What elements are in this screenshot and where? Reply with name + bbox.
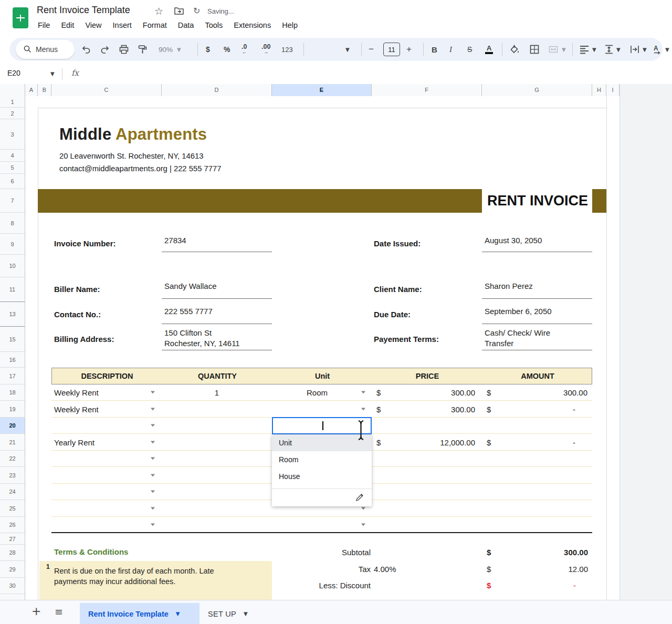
row-header[interactable]: 22 xyxy=(0,451,25,467)
column-header-c[interactable]: C xyxy=(51,84,162,96)
italic-button[interactable]: I xyxy=(449,43,452,56)
row-header[interactable]: 21 xyxy=(0,434,25,451)
column-header-e[interactable]: E xyxy=(272,84,372,96)
redo-button[interactable] xyxy=(100,43,110,56)
menu-tools[interactable]: Tools xyxy=(205,21,223,29)
undo-button[interactable] xyxy=(81,43,91,56)
increase-decimal-button[interactable]: .00→ xyxy=(261,43,270,56)
item-row[interactable] xyxy=(51,517,592,533)
borders-button[interactable] xyxy=(529,43,540,56)
document-title[interactable]: Rent Invoice Template xyxy=(37,5,130,16)
field-value[interactable]: 150 Clifton St Rochester, NY, 14611 xyxy=(162,328,272,350)
row-header[interactable]: 9 xyxy=(0,234,25,255)
row-header-selected[interactable]: 20 xyxy=(0,418,25,434)
row-header[interactable]: 28 xyxy=(0,545,25,561)
edit-pencil-icon[interactable] xyxy=(355,493,364,504)
menu-help[interactable]: Help xyxy=(282,21,298,29)
row-header[interactable]: 29 xyxy=(0,561,25,578)
tax-rate[interactable]: 4.00% xyxy=(374,565,405,574)
row-header[interactable]: 3 xyxy=(0,119,25,150)
dropdown-arrow-icon[interactable] xyxy=(151,408,155,410)
row-header[interactable]: 19 xyxy=(0,401,25,418)
name-box[interactable]: E20 xyxy=(7,69,20,77)
menu-edit[interactable]: Edit xyxy=(61,21,74,29)
text-wrap-button[interactable]: ▼ xyxy=(630,43,647,56)
formula-input[interactable] xyxy=(89,66,614,82)
row-header[interactable]: 2 xyxy=(0,108,25,119)
dropdown-arrow-icon[interactable] xyxy=(151,491,155,493)
dropdown-arrow-icon[interactable] xyxy=(361,523,365,526)
menu-extensions[interactable]: Extensions xyxy=(234,21,271,29)
row-header[interactable]: 30 xyxy=(0,578,25,594)
field-value[interactable]: Sandy Wallace xyxy=(162,282,272,299)
dropdown-option-room[interactable]: Room xyxy=(272,451,372,468)
horizontal-align-button[interactable]: ▼ xyxy=(580,43,596,56)
dropdown-arrow-icon[interactable] xyxy=(151,441,155,443)
item-row[interactable]: Weekly Rent 1 Room $300.00 $300.00 xyxy=(51,384,592,401)
field-value[interactable]: Sharon Perez xyxy=(482,282,592,299)
field-value[interactable]: 27834 xyxy=(162,236,272,252)
dropdown-arrow-icon[interactable] xyxy=(361,391,365,394)
decrease-font-size-button[interactable]: − xyxy=(369,43,374,56)
dropdown-arrow-icon[interactable] xyxy=(151,523,155,526)
row-header[interactable]: 13 xyxy=(0,302,25,327)
all-sheets-icon[interactable]: ≡ xyxy=(55,606,63,617)
column-header-g[interactable]: G xyxy=(482,84,592,96)
row-header[interactable]: 23 xyxy=(0,467,25,484)
row-header[interactable]: 6 xyxy=(0,174,25,189)
vertical-align-button[interactable]: ▼ xyxy=(605,43,621,56)
format-currency-button[interactable]: $ xyxy=(206,43,210,56)
decrease-decimal-button[interactable]: .0← xyxy=(242,43,247,56)
chevron-down-icon[interactable]: ▼ xyxy=(176,611,180,617)
dropdown-option-house[interactable]: House xyxy=(272,468,372,485)
print-button[interactable] xyxy=(119,43,129,56)
dropdown-arrow-icon[interactable] xyxy=(361,507,365,509)
menu-view[interactable]: View xyxy=(85,21,101,29)
text-rotation-button[interactable]: A ▼ xyxy=(652,43,669,56)
field-value[interactable]: August 30, 2050 xyxy=(482,236,592,252)
dropdown-arrow-icon[interactable] xyxy=(151,507,155,509)
add-sheet-icon[interactable]: + xyxy=(32,605,41,618)
dropdown-arrow-icon[interactable] xyxy=(361,408,365,410)
font-size-input[interactable]: 11 xyxy=(383,43,400,56)
row-header[interactable]: 18 xyxy=(0,384,25,401)
column-header-d[interactable]: D xyxy=(162,84,272,96)
row-header[interactable]: 10 xyxy=(0,255,25,277)
column-header-i[interactable]: I xyxy=(606,84,620,96)
tab-rent-invoice-template[interactable]: Rent Invoice Template ▼ xyxy=(80,603,200,624)
row-header[interactable]: 27 xyxy=(0,533,25,545)
field-value[interactable]: 222 555 7777 xyxy=(162,307,272,324)
row-header[interactable]: 5 xyxy=(0,162,25,174)
menu-format[interactable]: Format xyxy=(143,21,167,29)
column-header-b[interactable]: B xyxy=(38,84,51,96)
name-box-dropdown-icon[interactable]: ▼ xyxy=(50,71,55,77)
dropdown-arrow-icon[interactable] xyxy=(151,424,155,427)
item-row[interactable]: Weekly Rent $300.00 $- xyxy=(51,401,592,418)
dropdown-arrow-icon[interactable] xyxy=(151,474,155,476)
row-header[interactable]: 25 xyxy=(0,500,25,517)
select-all-corner[interactable] xyxy=(0,84,25,96)
fill-color-button[interactable] xyxy=(509,43,520,56)
row-header[interactable]: 24 xyxy=(0,484,25,500)
text-color-button[interactable]: A xyxy=(485,43,493,56)
row-header[interactable]: 15 xyxy=(0,327,25,352)
menus-search-button[interactable]: Menus xyxy=(16,40,75,59)
tab-set-up[interactable]: SET UP ▼ xyxy=(208,603,248,624)
number-format-button[interactable]: 123 xyxy=(281,43,293,56)
dropdown-arrow-icon[interactable] xyxy=(151,457,155,460)
increase-font-size-button[interactable]: + xyxy=(406,43,412,56)
menu-insert[interactable]: Insert xyxy=(113,21,132,29)
row-header[interactable]: 11 xyxy=(0,277,25,302)
field-value[interactable]: September 6, 2050 xyxy=(482,307,592,324)
row-header[interactable]: 4 xyxy=(0,150,25,162)
row-header[interactable]: 26 xyxy=(0,517,25,533)
row-header[interactable]: 17 xyxy=(0,368,25,384)
row-header[interactable]: 7 xyxy=(0,189,25,213)
bold-button[interactable]: B xyxy=(432,43,437,56)
row-header[interactable]: 16 xyxy=(0,352,25,368)
menu-file[interactable]: File xyxy=(38,21,50,29)
chevron-down-icon[interactable]: ▼ xyxy=(244,611,248,617)
sheets-logo-icon[interactable] xyxy=(13,7,28,28)
column-header-h[interactable]: H xyxy=(592,84,606,96)
menu-data[interactable]: Data xyxy=(178,21,194,29)
